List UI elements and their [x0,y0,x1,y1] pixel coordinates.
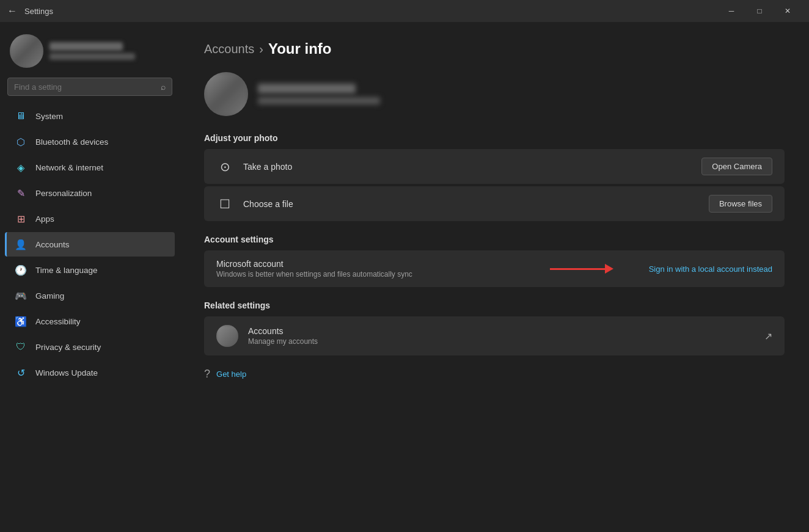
red-arrow-annotation [550,264,613,274]
open-camera-button[interactable]: Open Camera [701,158,772,175]
profile-area [204,72,785,116]
window-controls: ─ □ ✕ [717,0,802,22]
profile-avatar-image [204,72,248,116]
sidebar-item-label: Privacy & security [35,343,101,352]
profile-avatar [204,72,248,116]
camera-icon: ⊙ [216,159,233,174]
choose-file-row: ☐ Choose a file Browse files [204,186,785,221]
sidebar-item-label: Apps [35,214,54,224]
user-name-blurred [49,42,123,51]
arrow-head [605,264,613,274]
avatar [10,34,43,68]
sidebar-item-accounts[interactable]: 👤 Accounts [5,232,175,257]
sidebar-item-windows-update[interactable]: ↺ Windows Update [5,360,175,385]
search-icon: ⌕ [161,82,166,92]
take-photo-label: Take a photo [243,162,692,172]
choose-file-label: Choose a file [243,199,699,209]
sidebar-item-label: Network & internet [35,163,103,172]
time-icon: 🕐 [15,264,27,276]
system-icon: 🖥 [15,110,27,122]
maximize-button[interactable]: □ [745,0,774,22]
profile-name-blurred [258,84,356,93]
sidebar-item-label: Accessibility [35,317,81,326]
sidebar-item-label: Personalization [35,189,92,198]
sidebar-item-gaming[interactable]: 🎮 Gaming [5,283,175,308]
accounts-related-avatar-image [216,325,238,347]
folder-icon: ☐ [216,197,233,211]
arrow-line [550,268,605,270]
sidebar-item-label: Windows Update [35,368,98,377]
apps-icon: ⊞ [15,213,27,225]
accounts-related-row[interactable]: Accounts Manage my accounts ↗ [204,316,785,355]
sidebar-item-apps[interactable]: ⊞ Apps [5,206,175,231]
privacy-icon: 🛡 [15,341,27,353]
breadcrumb: Accounts › Your info [204,40,785,57]
sidebar-item-label: Bluetooth & devices [35,137,108,147]
sidebar-item-label: Time & language [35,266,98,275]
bluetooth-icon: ⬡ [15,136,27,148]
accounts-related-title: Accounts [248,326,755,336]
get-help-row[interactable]: ? Get help [204,368,785,381]
profile-info [258,84,380,104]
browse-files-button[interactable]: Browse files [709,195,772,213]
sidebar-item-privacy[interactable]: 🛡 Privacy & security [5,335,175,359]
accounts-related-avatar [216,325,238,347]
sidebar-item-accessibility[interactable]: ♿ Accessibility [5,309,175,333]
adjust-photo-heading: Adjust your photo [204,133,785,143]
sidebar-item-network[interactable]: ◈ Network & internet [5,155,175,180]
app-title: Settings [24,7,717,16]
take-photo-row: ⊙ Take a photo Open Camera [204,149,785,184]
search-box[interactable]: ⌕ [7,78,172,96]
minimize-button[interactable]: ─ [717,0,745,22]
accounts-related-subtitle: Manage my accounts [248,337,755,346]
sidebar: ⌕ 🖥 System ⬡ Bluetooth & devices ◈ Netwo… [0,22,180,532]
sign-in-local-account-link[interactable]: Sign in with a local account instead [649,264,772,274]
accounts-related-info: Accounts Manage my accounts [248,326,755,346]
sidebar-item-system[interactable]: 🖥 System [5,104,175,128]
titlebar: ← Settings ─ □ ✕ [0,0,809,22]
accounts-icon: 👤 [15,238,27,250]
accessibility-icon: ♿ [15,315,27,327]
sidebar-item-time[interactable]: 🕐 Time & language [5,258,175,282]
back-button[interactable]: ← [7,5,17,16]
sidebar-item-personalization[interactable]: ✎ Personalization [5,181,175,205]
user-info [49,42,135,60]
breadcrumb-parent[interactable]: Accounts [204,42,254,56]
microsoft-account-row: Microsoft account Windows is better when… [204,250,785,287]
gaming-icon: 🎮 [15,290,27,302]
help-icon: ? [204,368,210,381]
sidebar-item-label: Gaming [35,291,64,301]
user-email-blurred [49,53,135,60]
close-button[interactable]: ✕ [774,0,802,22]
sidebar-item-bluetooth[interactable]: ⬡ Bluetooth & devices [5,129,175,154]
account-settings-heading: Account settings [204,235,785,244]
page-title: Your info [268,40,332,57]
update-icon: ↺ [15,366,27,379]
search-input[interactable] [14,82,156,92]
breadcrumb-separator: › [259,42,263,56]
user-profile-area [0,28,180,78]
sidebar-item-label: System [35,112,63,121]
external-link-icon: ↗ [764,330,772,342]
network-icon: ◈ [15,161,27,173]
avatar-image [10,34,43,68]
related-settings-heading: Related settings [204,301,785,310]
profile-detail-blurred [258,97,380,104]
personalization-icon: ✎ [15,187,27,199]
main-content: Accounts › Your info Adjust your photo ⊙… [180,22,809,532]
get-help-label: Get help [216,370,246,379]
sidebar-item-label: Accounts [35,240,70,249]
app-body: ⌕ 🖥 System ⬡ Bluetooth & devices ◈ Netwo… [0,22,809,532]
